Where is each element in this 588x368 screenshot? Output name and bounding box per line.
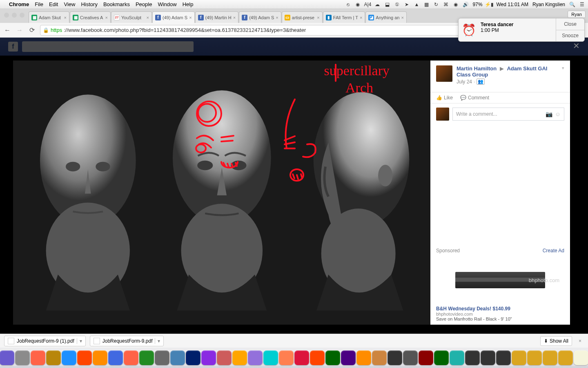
camera-icon[interactable]: 📷 bbox=[546, 111, 552, 117]
dock-app-icon[interactable] bbox=[31, 350, 45, 365]
browser-tab[interactable]: ▦Creatives A× bbox=[70, 11, 111, 23]
close-icon[interactable]: × bbox=[105, 15, 108, 20]
close-icon[interactable]: × bbox=[360, 15, 362, 20]
close-icon[interactable]: × bbox=[189, 15, 192, 20]
back-button[interactable]: ← bbox=[3, 26, 11, 34]
dock-app-icon[interactable] bbox=[527, 350, 542, 365]
dock-app-icon[interactable] bbox=[403, 350, 418, 365]
dropbox-icon[interactable]: ⬓ bbox=[384, 2, 390, 7]
close-theater-icon[interactable]: ✕ bbox=[573, 41, 580, 51]
menu-view[interactable]: View bbox=[64, 1, 75, 7]
download-item[interactable]: JobRequestForm-9 (1).pdf▾ bbox=[4, 336, 86, 346]
close-icon[interactable]: × bbox=[233, 15, 236, 20]
menu-people[interactable]: People bbox=[136, 1, 152, 7]
show-all-downloads-button[interactable]: ⬇Show All bbox=[540, 336, 572, 346]
dock-app-icon[interactable] bbox=[356, 350, 371, 365]
battery-icon[interactable]: ⚡▮ bbox=[486, 2, 492, 7]
ad-image[interactable]: bhphoto.com bbox=[436, 258, 564, 303]
menulet-icon[interactable]: ① bbox=[394, 2, 400, 7]
battery-percent[interactable]: 97% bbox=[472, 2, 482, 7]
dock-app-icon[interactable] bbox=[279, 350, 294, 365]
close-icon[interactable]: × bbox=[147, 15, 149, 20]
dock-app-icon[interactable] bbox=[512, 350, 526, 365]
dock-app-icon[interactable] bbox=[419, 350, 433, 365]
facebook-logo-icon[interactable]: f bbox=[8, 42, 18, 52]
post-date[interactable]: July 24 bbox=[457, 79, 472, 85]
drive-icon[interactable]: ▲ bbox=[414, 2, 419, 7]
dock-app-icon[interactable] bbox=[0, 350, 14, 365]
dock-app-icon[interactable] bbox=[294, 350, 309, 365]
notification-snooze-button[interactable]: Snooze bbox=[556, 30, 584, 42]
dock-app-icon[interactable] bbox=[170, 350, 185, 365]
browser-tab[interactable]: ◪Anything an× bbox=[365, 11, 407, 23]
browser-tab[interactable]: ▦Adam Skut× bbox=[29, 11, 69, 23]
ad-title[interactable]: B&H Wednesday Deals! $140.99 bbox=[436, 306, 564, 312]
wifi-icon[interactable]: ◉ bbox=[453, 2, 459, 7]
facebook-search[interactable] bbox=[22, 41, 194, 52]
dock-app-icon[interactable] bbox=[263, 350, 278, 365]
close-icon[interactable]: × bbox=[276, 15, 278, 20]
privacy-icon[interactable]: 👥 bbox=[477, 79, 485, 85]
browser-tab[interactable]: ▮FAll Term | T× bbox=[323, 11, 365, 23]
dock-app-icon[interactable] bbox=[543, 350, 557, 365]
close-icon[interactable]: × bbox=[317, 15, 319, 20]
dock-app-icon[interactable] bbox=[93, 350, 107, 365]
post-menu-icon[interactable]: ▾ bbox=[562, 65, 564, 85]
dock-app-icon[interactable] bbox=[217, 350, 232, 365]
timemachine-icon[interactable]: ↻ bbox=[433, 2, 439, 7]
like-button[interactable]: 👍Like bbox=[436, 95, 453, 101]
user-avatar[interactable] bbox=[436, 108, 449, 121]
dock-app-icon[interactable] bbox=[124, 350, 138, 365]
close-icon[interactable]: × bbox=[401, 15, 403, 20]
dock-app-icon[interactable] bbox=[62, 350, 76, 365]
dock-app-icon[interactable] bbox=[481, 350, 495, 365]
close-shelf-icon[interactable]: × bbox=[576, 338, 584, 344]
chevron-down-icon[interactable]: ▾ bbox=[77, 338, 82, 344]
dock-app-icon[interactable] bbox=[77, 350, 92, 365]
dock-app-icon[interactable] bbox=[15, 350, 30, 365]
dock-app-icon[interactable] bbox=[388, 350, 402, 365]
photo-viewer[interactable]: supercillary Arch bbox=[13, 61, 430, 325]
dock-app-icon[interactable] bbox=[201, 350, 216, 365]
app-menu[interactable]: Chrome bbox=[9, 1, 29, 7]
menu-window[interactable]: Window bbox=[158, 1, 176, 7]
browser-tab[interactable]: f(49) Adam S× bbox=[152, 11, 195, 23]
dock-app-icon[interactable] bbox=[46, 350, 61, 365]
browser-tab[interactable]: 27YouSculpt× bbox=[111, 11, 152, 23]
menulet-icon[interactable]: ➤ bbox=[404, 2, 410, 7]
forward-button[interactable]: → bbox=[16, 26, 24, 34]
reload-button[interactable]: ⟳ bbox=[28, 26, 36, 34]
dock-app-icon[interactable] bbox=[155, 350, 169, 365]
cloud-icon[interactable]: ☁ bbox=[374, 2, 380, 7]
menu-file[interactable]: File bbox=[35, 1, 43, 7]
dock-app-icon[interactable] bbox=[465, 350, 480, 365]
author-avatar[interactable] bbox=[436, 65, 452, 82]
comment-input[interactable]: Write a comment... 📷☺ bbox=[452, 108, 564, 121]
chevron-down-icon[interactable]: ▾ bbox=[155, 338, 160, 344]
dock-app-icon[interactable] bbox=[450, 350, 464, 365]
dock-app-icon[interactable] bbox=[139, 350, 154, 365]
browser-tab[interactable]: f(49) Adam S× bbox=[239, 11, 281, 23]
browser-tab[interactable]: f(49) Martin H× bbox=[195, 11, 239, 23]
dock-app-icon[interactable] bbox=[496, 350, 511, 365]
dock-app-icon[interactable] bbox=[574, 350, 588, 365]
menulet-icon[interactable]: ⎋ bbox=[345, 2, 351, 7]
dock-app-icon[interactable] bbox=[248, 350, 263, 365]
author-link[interactable]: Martin Hamilton bbox=[457, 65, 497, 72]
dock-app-icon[interactable] bbox=[186, 350, 200, 365]
volume-icon[interactable]: 🔊 bbox=[463, 2, 468, 7]
dock-app-icon[interactable] bbox=[325, 350, 340, 365]
menu-edit[interactable]: Edit bbox=[49, 1, 58, 7]
menubar-clock[interactable]: Wed 11:01 AM bbox=[496, 2, 528, 7]
dock-app-icon[interactable] bbox=[310, 350, 325, 365]
window-traffic-lights[interactable] bbox=[4, 13, 24, 18]
bluetooth-icon[interactable]: ⌘ bbox=[443, 2, 449, 7]
emoji-icon[interactable]: ☺ bbox=[555, 111, 561, 117]
dock-app-icon[interactable] bbox=[232, 350, 247, 365]
download-item[interactable]: JobRequestForm-9.pdf▾ bbox=[90, 336, 164, 346]
menulet-icon[interactable]: ◉ bbox=[355, 2, 361, 7]
menulet-icon[interactable]: ▦ bbox=[423, 2, 429, 7]
adobe-icon[interactable]: A|4 bbox=[365, 2, 370, 7]
menu-bookmarks[interactable]: Bookmarks bbox=[103, 1, 130, 7]
dock-app-icon[interactable] bbox=[434, 350, 449, 365]
